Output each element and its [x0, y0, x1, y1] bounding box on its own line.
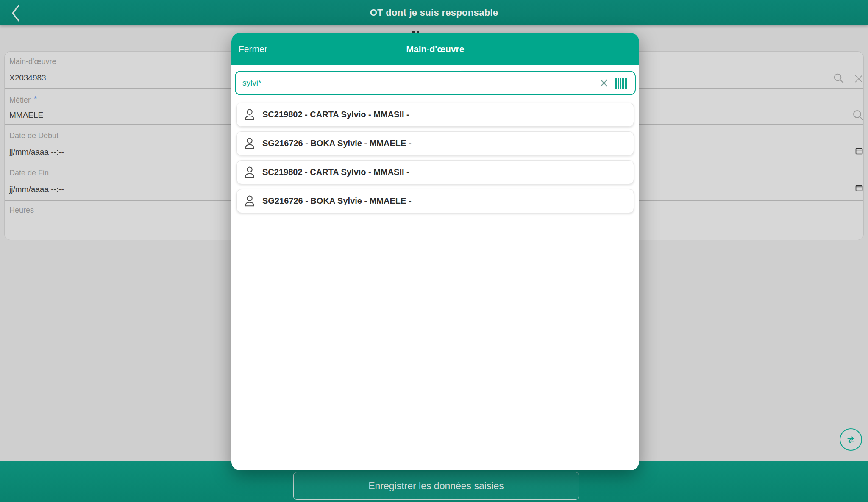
- calendar-icon[interactable]: [855, 147, 863, 155]
- page-title: OT dont je suis responsable: [370, 7, 498, 18]
- required-asterisk: *: [34, 94, 37, 103]
- field-value-date-fin[interactable]: jj/mm/aaaa --:--: [9, 185, 64, 194]
- close-modal-button[interactable]: Fermer: [239, 33, 267, 65]
- labor-search-input[interactable]: [236, 78, 598, 88]
- labor-result-label: SG216726 - BOKA Sylvie - MMAELE -: [262, 196, 412, 206]
- labor-result-item[interactable]: SG216726 - BOKA Sylvie - MMAELE -: [236, 131, 634, 155]
- labor-result-label: SC219802 - CARTA Sylvio - MMASII -: [262, 110, 409, 119]
- labor-result-item[interactable]: SC219802 - CARTA Sylvio - MMASII -: [236, 103, 634, 127]
- field-label-main-doeuvre: Main-d'œuvre: [9, 57, 56, 66]
- labor-search-box: [235, 71, 636, 95]
- chevron-left-icon: [10, 4, 21, 22]
- barcode-scan-icon[interactable]: [615, 77, 628, 89]
- labor-result-label: SG216726 - BOKA Sylvie - MMAELE -: [262, 139, 412, 148]
- save-button-label: Enregistrer les données saisies: [368, 480, 504, 492]
- person-icon: [243, 108, 256, 122]
- calendar-icon[interactable]: [855, 183, 863, 192]
- save-button[interactable]: Enregistrer les données saisies: [293, 472, 579, 500]
- modal-title: Main-d'œuvre: [406, 44, 465, 54]
- person-icon: [243, 136, 256, 151]
- swap-view-button[interactable]: [840, 428, 862, 451]
- labor-result-label: SC219802 - CARTA Sylvio - MMASII -: [262, 167, 409, 177]
- swap-arrows-icon: [846, 434, 857, 445]
- field-label-metier: Métier*: [9, 94, 37, 105]
- search-icon[interactable]: [851, 108, 865, 122]
- search-icon[interactable]: [832, 72, 845, 85]
- field-value-date-debut[interactable]: jj/mm/aaaa --:--: [9, 147, 64, 157]
- field-value-metier[interactable]: MMAELE: [9, 111, 43, 120]
- clear-search-icon[interactable]: [598, 78, 609, 89]
- labor-result-item[interactable]: SC219802 - CARTA Sylvio - MMASII -: [236, 160, 634, 184]
- modal-header: Fermer Main-d'œuvre: [231, 33, 639, 65]
- person-icon: [243, 194, 256, 208]
- field-label-date-debut: Date de Début: [9, 131, 58, 140]
- labor-result-item[interactable]: SG216726 - BOKA Sylvie - MMAELE -: [236, 189, 634, 213]
- field-label-heures: Heures: [9, 206, 34, 215]
- top-app-bar: OT dont je suis responsable: [0, 0, 868, 25]
- labor-picker-modal: Fermer Main-d'œuvre SC219802 - CARTA Syl…: [231, 33, 639, 470]
- field-value-main-doeuvre[interactable]: X2034983: [9, 73, 46, 83]
- field-label-date-fin: Date de Fin: [9, 169, 49, 178]
- back-button[interactable]: [7, 3, 24, 23]
- clear-icon[interactable]: [854, 74, 864, 84]
- person-icon: [243, 165, 256, 180]
